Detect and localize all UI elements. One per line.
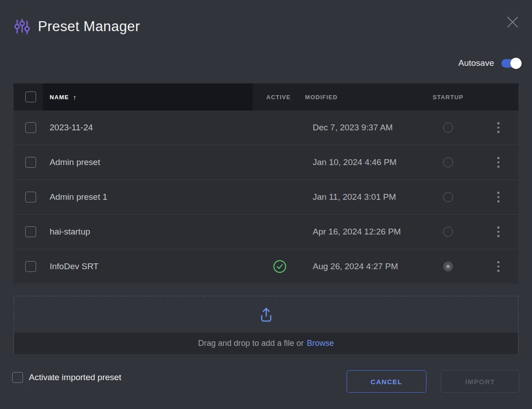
modified-date: Jan 11, 2024 3:01 PM (313, 192, 396, 202)
preset-table: NAME ↑ ACTIVE MODIFIED STARTUP 2023-11-2… (14, 83, 518, 284)
dropzone-prompt: Drag and drop to add a file or (198, 339, 304, 348)
sort-asc-icon: ↑ (73, 93, 77, 101)
preset-name: hai-startup (50, 227, 90, 237)
activate-imported-checkbox[interactable] (12, 372, 23, 383)
column-header-active[interactable]: ACTIVE (253, 83, 291, 110)
preset-name: 2023-11-24 (50, 123, 93, 133)
column-header-modified[interactable]: MODIFIED (291, 83, 417, 110)
row-menu-icon[interactable] (495, 154, 502, 170)
activate-imported-row: Activate imported preset (12, 372, 121, 383)
row-menu-icon[interactable] (495, 224, 502, 240)
modified-date: Aug 26, 2024 4:27 PM (313, 262, 398, 271)
startup-radio[interactable] (443, 192, 453, 202)
page-title: Preset Manager (38, 18, 140, 35)
startup-radio[interactable] (443, 123, 453, 133)
modified-date: Dec 7, 2023 9:37 AM (313, 123, 393, 133)
modified-date: Jan 10, 2024 4:46 PM (313, 157, 397, 167)
browse-link[interactable]: Browse (307, 339, 334, 348)
modified-date: Apr 16, 2024 12:26 PM (313, 227, 401, 237)
column-header-name[interactable]: NAME ↑ (43, 83, 253, 110)
table-row: 2023-11-24 Dec 7, 2023 9:37 AM (14, 110, 518, 145)
dropzone-caption: Drag and drop to add a file or Browse (14, 333, 518, 354)
select-all-checkbox[interactable] (25, 92, 36, 102)
preset-name: Admin preset (50, 157, 100, 167)
preset-name: InfoDev SRT (50, 262, 98, 271)
cancel-button[interactable]: CANCEL (347, 370, 426, 393)
file-dropzone[interactable]: Drag and drop to add a file or Browse (14, 296, 518, 354)
active-check-icon (273, 260, 287, 273)
row-checkbox[interactable] (25, 261, 36, 272)
table-row: Admin preset 1 Jan 11, 2024 3:01 PM (14, 179, 518, 214)
startup-radio[interactable] (443, 262, 453, 271)
row-menu-icon[interactable] (495, 258, 502, 275)
startup-radio[interactable] (443, 157, 453, 167)
preset-sliders-icon (14, 18, 31, 35)
startup-radio[interactable] (443, 227, 453, 237)
row-checkbox[interactable] (25, 122, 36, 133)
row-menu-icon[interactable] (495, 119, 502, 136)
table-header-row: NAME ↑ ACTIVE MODIFIED STARTUP (14, 83, 518, 110)
activate-imported-label: Activate imported preset (29, 372, 121, 382)
dialog-header: Preset Manager (14, 18, 140, 35)
autosave-toggle[interactable] (501, 59, 520, 68)
row-checkbox[interactable] (25, 157, 36, 168)
toggle-knob (510, 58, 522, 69)
upload-icon (258, 306, 275, 323)
row-checkbox[interactable] (25, 226, 36, 237)
dropzone-icon-area (14, 296, 518, 333)
column-header-startup[interactable]: STARTUP (417, 83, 478, 110)
autosave-control: Autosave (458, 58, 520, 68)
row-menu-icon[interactable] (495, 189, 502, 205)
preset-name: Admin preset 1 (50, 192, 107, 202)
row-checkbox[interactable] (25, 192, 36, 202)
autosave-label: Autosave (458, 58, 494, 68)
table-row: InfoDev SRT Aug 26, 2024 4:27 PM (14, 249, 518, 284)
table-row: hai-startup Apr 16, 2024 12:26 PM (14, 214, 518, 249)
import-button[interactable]: IMPORT (441, 370, 519, 393)
close-icon[interactable] (506, 15, 519, 29)
table-row: Admin preset Jan 10, 2024 4:46 PM (14, 145, 518, 179)
table-body: 2023-11-24 Dec 7, 2023 9:37 AM Admin pre… (14, 110, 518, 284)
